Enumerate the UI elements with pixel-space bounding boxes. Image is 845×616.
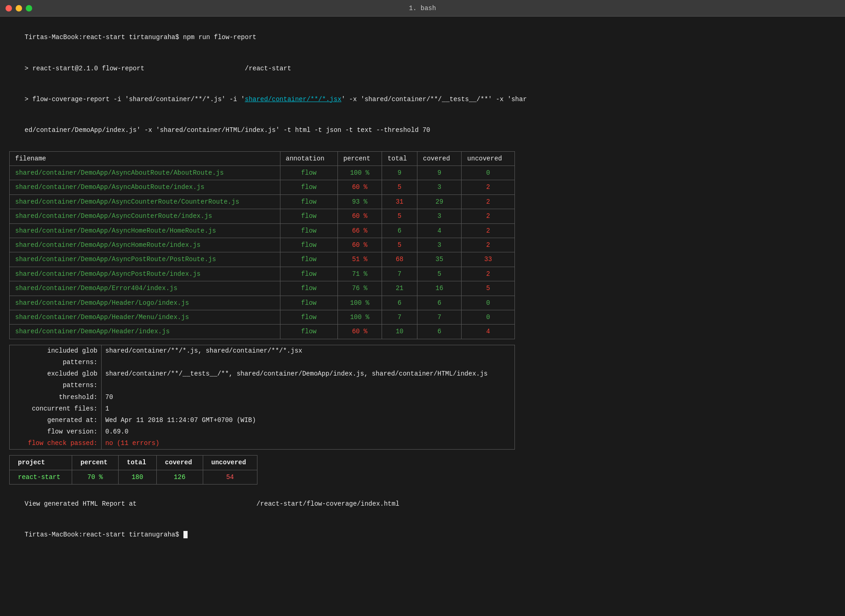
footer-pre: View generated HTML Report at [25,500,137,508]
col-total: total [382,151,417,165]
sum-total: 180 [118,470,156,484]
prompt-text-2: Tirtas-MacBook:react-start tirtanugraha$ [25,531,183,538]
file-report-table: filename annotation percent total covere… [9,151,515,339]
info-row-generated: generated at: Wed Apr 11 2018 11:24:07 G… [10,415,514,426]
cell-covered: 5 [417,267,462,281]
title-bar: 1. bash [0,0,845,17]
info-value-included: shared/container/**/*.js, shared/contain… [102,345,302,368]
output-line-2: > flow-coverage-report -i 'shared/contai… [9,84,836,114]
terminal-body: Tirtas-MacBook:react-start tirtanugraha$… [0,17,845,559]
cell-uncovered: 2 [462,238,515,252]
cell-total: 7 [382,310,417,324]
cell-covered: 6 [417,325,462,339]
close-button[interactable] [6,5,12,11]
cursor [183,531,188,538]
col-percent: percent [337,151,382,165]
cell-uncovered: 0 [462,310,515,324]
cell-annotation: flow [280,325,337,339]
info-label-threshold: threshold: [10,392,102,403]
cell-percent: 66 % [337,223,382,238]
cell-filename: shared/container/DemoApp/Error404/index.… [10,281,280,296]
cell-uncovered: 2 [462,194,515,209]
table-row: shared/container/DemoApp/Error404/index.… [10,281,515,296]
sum-covered: 126 [156,470,203,484]
cell-covered: 9 [417,166,462,180]
cell-annotation: flow [280,267,337,281]
cell-covered: 35 [417,252,462,267]
cell-covered: 3 [417,180,462,194]
info-label-generated: generated at: [10,415,102,426]
cell-covered: 3 [417,209,462,223]
cell-filename: shared/container/DemoApp/AsyncHomeRoute/… [10,238,280,252]
cell-annotation: flow [280,209,337,223]
info-row-concurrent: concurrent files: 1 [10,403,514,415]
cell-percent: 60 % [337,180,382,194]
minimize-button[interactable] [16,5,22,11]
table-row: shared/container/DemoApp/AsyncHomeRoute/… [10,223,515,238]
cell-total: 21 [382,281,417,296]
sum-uncovered: 54 [203,470,257,484]
col-filename: filename [10,151,280,165]
col-covered: covered [417,151,462,165]
info-row-threshold: threshold: 70 [10,392,514,403]
sum-col-uncovered: uncovered [203,456,257,470]
output-pre: > flow-coverage-report -i 'shared/contai… [25,96,245,103]
window-title: 1. bash [409,5,436,12]
cell-covered: 7 [417,310,462,324]
cell-uncovered: 5 [462,281,515,296]
info-value-excluded: shared/container/**/__tests__/**, shared… [102,368,488,391]
cell-percent: 100 % [337,296,382,310]
col-annotation: annotation [280,151,337,165]
sum-percent: 70 % [72,470,119,484]
cell-annotation: flow [280,238,337,252]
output-post: ' -x 'shared/container/**/__tests__/**' … [342,96,527,103]
cell-covered: 29 [417,194,462,209]
cell-filename: shared/container/DemoApp/AsyncHomeRoute/… [10,223,280,238]
table-row: shared/container/DemoApp/Header/Logo/ind… [10,296,515,310]
info-label-flow-check: flow check passed: [10,438,102,449]
cell-filename: shared/container/DemoApp/AsyncPostRoute/… [10,252,280,267]
summary-row: react-start 70 % 180 126 54 [10,470,257,484]
info-box: included glob patterns: shared/container… [9,345,515,450]
table-row: shared/container/DemoApp/AsyncPostRoute/… [10,267,515,281]
footer-line-1: View generated HTML Report at /react-sta… [9,488,836,519]
cell-percent: 71 % [337,267,382,281]
cell-total: 31 [382,194,417,209]
info-value-flow-check: no (11 errors) [102,438,160,449]
cell-covered: 4 [417,223,462,238]
output-line-3-text: ed/container/DemoApp/index.js' -x 'share… [25,126,430,134]
cell-uncovered: 0 [462,166,515,180]
cell-percent: 60 % [337,325,382,339]
cell-filename: shared/container/DemoApp/AsyncAboutRoute… [10,166,280,180]
cell-total: 68 [382,252,417,267]
table-row: shared/container/DemoApp/AsyncAboutRoute… [10,166,515,180]
cell-annotation: flow [280,166,337,180]
cell-percent: 76 % [337,281,382,296]
cell-percent: 51 % [337,252,382,267]
cell-filename: shared/container/DemoApp/AsyncAboutRoute… [10,180,280,194]
cell-filename: shared/container/DemoApp/Header/index.js [10,325,280,339]
info-row-flow-version: flow version: 0.69.0 [10,426,514,438]
output-line-3: ed/container/DemoApp/index.js' -x 'share… [9,115,836,146]
cell-uncovered: 2 [462,223,515,238]
cell-filename: shared/container/DemoApp/AsyncPostRoute/… [10,267,280,281]
table-row: shared/container/DemoApp/AsyncHomeRoute/… [10,238,515,252]
info-label-included: included glob patterns: [10,345,102,368]
output-line-1: > react-start@2.1.0 flow-report /react-s… [9,53,836,84]
info-value-generated: Wed Apr 11 2018 11:24:07 GMT+0700 (WIB) [102,415,256,426]
sum-col-covered: covered [156,456,203,470]
table-row: shared/container/DemoApp/AsyncPostRoute/… [10,252,515,267]
info-row-included: included glob patterns: shared/container… [10,345,514,368]
cell-total: 10 [382,325,417,339]
table-row: shared/container/DemoApp/AsyncAboutRoute… [10,180,515,194]
maximize-button[interactable] [26,5,32,11]
cell-annotation: flow [280,223,337,238]
info-value-flow-version: 0.69.0 [102,426,128,438]
col-uncovered: uncovered [462,151,515,165]
info-row-excluded: excluded glob patterns: shared/container… [10,368,514,391]
prompt-text-1: Tirtas-MacBook:react-start tirtanugraha$… [25,34,257,41]
window-controls [6,5,32,11]
cell-total: 9 [382,166,417,180]
cell-annotation: flow [280,252,337,267]
cell-annotation: flow [280,281,337,296]
